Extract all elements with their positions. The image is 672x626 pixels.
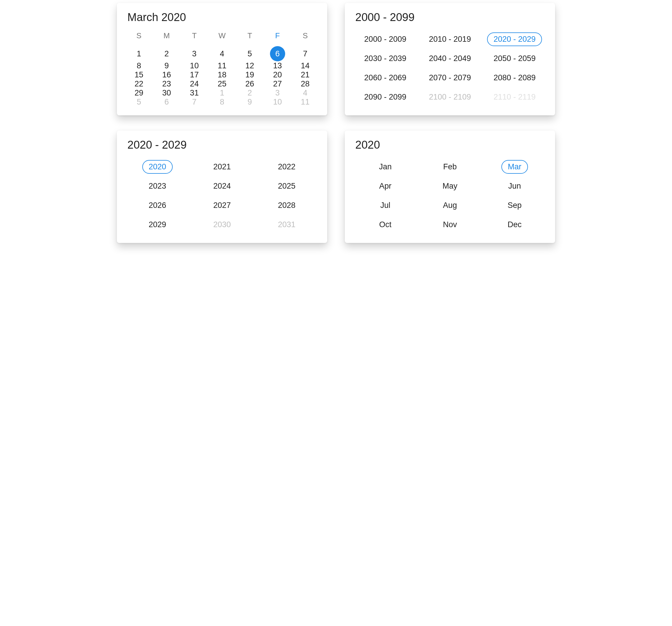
day-cell[interactable]: 4 <box>208 46 236 61</box>
month-cell[interactable]: Mar <box>501 160 528 174</box>
day-cell[interactable]: 2 <box>153 46 181 61</box>
day-cell[interactable]: 29 <box>125 89 153 98</box>
month-cell[interactable]: Jan <box>374 160 397 174</box>
month-cell[interactable]: Feb <box>438 160 462 174</box>
decade-range-cell[interactable]: 2090 - 2099 <box>359 90 412 104</box>
day-cell[interactable]: 22 <box>125 79 153 89</box>
day-row: 891011121314 <box>125 61 319 70</box>
day-cell[interactable]: 11 <box>291 98 319 106</box>
day-cell[interactable]: 1 <box>125 46 153 61</box>
day-cell[interactable]: 10 <box>181 61 208 70</box>
year-cell[interactable]: 2031 <box>272 218 301 231</box>
decade-range-cell[interactable]: 2070 - 2079 <box>424 71 476 85</box>
calendar-day-view: March 2020 SMTWTFS 123456789101112131415… <box>117 3 327 115</box>
century-grid: 2000 - 20092010 - 20192020 - 20292030 - … <box>353 29 547 106</box>
day-cell[interactable]: 7 <box>291 46 319 61</box>
decade-range-cell[interactable]: 2000 - 2009 <box>359 32 412 46</box>
day-cell[interactable]: 28 <box>291 79 319 89</box>
day-cell[interactable]: 19 <box>236 70 264 79</box>
weekday-header-cell: T <box>181 28 208 43</box>
day-cell[interactable]: 18 <box>208 70 236 79</box>
weekday-header-cell: T <box>236 28 264 43</box>
day-cell[interactable]: 6 <box>264 46 291 61</box>
day-grid: 1234567891011121314151617181920212223242… <box>125 46 319 106</box>
calendar-decade-view: 2020 - 2029 2020202120222023202420252026… <box>117 130 327 243</box>
weekday-header-cell: W <box>208 28 236 43</box>
month-cell[interactable]: Apr <box>374 179 397 193</box>
decade-range-cell[interactable]: 2110 - 2119 <box>488 90 541 104</box>
day-cell[interactable]: 30 <box>153 89 181 98</box>
decade-range-cell[interactable]: 2080 - 2089 <box>488 71 541 85</box>
day-cell[interactable]: 3 <box>181 46 208 61</box>
day-row: 2930311234 <box>125 89 319 98</box>
year-cell[interactable]: 2027 <box>208 199 236 212</box>
day-row: 567891011 <box>125 98 319 106</box>
year-cell[interactable]: 2030 <box>208 218 236 231</box>
day-row: 15161718192021 <box>125 70 319 79</box>
day-cell[interactable]: 8 <box>125 61 153 70</box>
decade-range-cell[interactable]: 2050 - 2059 <box>488 52 541 66</box>
day-cell[interactable]: 23 <box>153 79 181 89</box>
day-cell[interactable]: 15 <box>125 70 153 79</box>
day-cell[interactable]: 5 <box>236 46 264 61</box>
year-cell[interactable]: 2028 <box>272 199 301 212</box>
day-cell[interactable]: 2 <box>236 89 264 98</box>
month-grid: JanFebMarAprMayJunJulAugSepOctNovDec <box>353 157 547 234</box>
month-cell[interactable]: May <box>437 179 462 193</box>
day-cell[interactable]: 25 <box>208 79 236 89</box>
day-cell[interactable]: 4 <box>291 89 319 98</box>
calendar-title[interactable]: March 2020 <box>125 11 319 24</box>
day-cell[interactable]: 24 <box>181 79 208 89</box>
decade-range-cell[interactable]: 2040 - 2049 <box>424 52 476 66</box>
day-cell[interactable]: 26 <box>236 79 264 89</box>
decade-grid: 2020202120222023202420252026202720282029… <box>125 157 319 234</box>
day-cell[interactable]: 27 <box>264 79 291 89</box>
month-cell[interactable]: Sep <box>502 199 527 212</box>
day-cell[interactable]: 20 <box>264 70 291 79</box>
year-cell[interactable]: 2023 <box>143 179 171 193</box>
day-cell[interactable]: 5 <box>125 98 153 106</box>
day-cell[interactable]: 7 <box>181 98 208 106</box>
year-cell[interactable]: 2024 <box>208 179 236 193</box>
year-cell[interactable]: 2020 <box>142 160 173 174</box>
decade-range-cell[interactable]: 2020 - 2029 <box>487 32 542 46</box>
day-cell[interactable]: 10 <box>264 98 291 106</box>
day-cell[interactable]: 1 <box>208 89 236 98</box>
day-cell[interactable]: 13 <box>264 61 291 70</box>
calendar-month-view: 2020 JanFebMarAprMayJunJulAugSepOctNovDe… <box>345 130 555 243</box>
day-cell[interactable]: 3 <box>264 89 291 98</box>
day-cell[interactable]: 9 <box>153 61 181 70</box>
day-cell[interactable]: 8 <box>208 98 236 106</box>
month-cell[interactable]: Oct <box>374 218 397 231</box>
month-cell[interactable]: Aug <box>438 199 462 212</box>
month-cell[interactable]: Jun <box>503 179 527 193</box>
month-cell[interactable]: Jul <box>375 199 395 212</box>
day-cell[interactable]: 17 <box>181 70 208 79</box>
decade-range-cell[interactable]: 2010 - 2019 <box>424 32 476 46</box>
day-cell[interactable]: 16 <box>153 70 181 79</box>
day-cell[interactable]: 9 <box>236 98 264 106</box>
year-cell[interactable]: 2025 <box>272 179 301 193</box>
day-row: 1234567 <box>125 46 319 61</box>
calendar-title[interactable]: 2020 <box>353 139 547 151</box>
calendar-title[interactable]: 2000 - 2099 <box>353 11 547 24</box>
decade-range-cell[interactable]: 2060 - 2069 <box>359 71 412 85</box>
decade-range-cell[interactable]: 2100 - 2109 <box>424 90 476 104</box>
day-row: 22232425262728 <box>125 79 319 89</box>
calendar-title[interactable]: 2020 - 2029 <box>125 139 319 151</box>
year-cell[interactable]: 2026 <box>143 199 171 212</box>
year-cell[interactable]: 2029 <box>143 218 171 231</box>
year-cell[interactable]: 2022 <box>272 160 301 174</box>
year-cell[interactable]: 2021 <box>208 160 236 174</box>
day-cell[interactable]: 31 <box>181 89 208 98</box>
day-cell[interactable]: 21 <box>291 70 319 79</box>
day-cell[interactable]: 12 <box>236 61 264 70</box>
weekday-header-cell: S <box>291 28 319 43</box>
month-cell[interactable]: Dec <box>502 218 527 231</box>
decade-range-cell[interactable]: 2030 - 2039 <box>359 52 412 66</box>
month-cell[interactable]: Nov <box>438 218 462 231</box>
weekday-header-cell: S <box>125 28 153 43</box>
day-cell[interactable]: 6 <box>153 98 181 106</box>
day-cell[interactable]: 11 <box>208 61 236 70</box>
day-cell[interactable]: 14 <box>291 61 319 70</box>
